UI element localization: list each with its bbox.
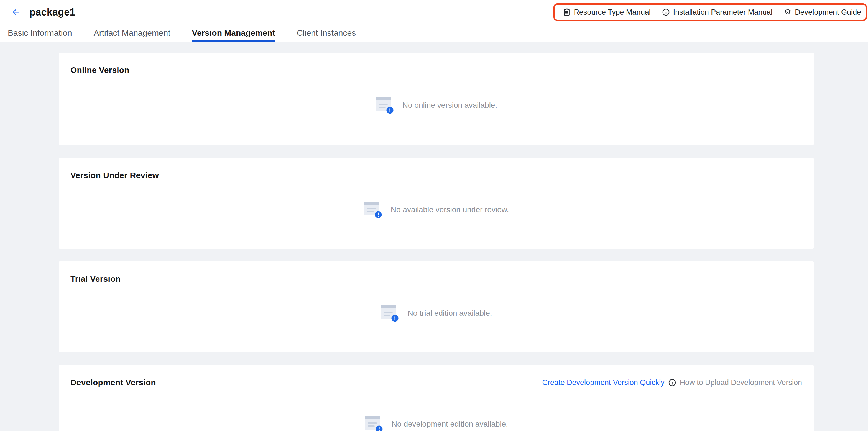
doc-links-annotation-box: Resource Type Manual Installation Parame… (553, 3, 867, 21)
upload-help-text: How to Upload Development Version (680, 378, 802, 387)
page-header: package1 Resource Type Manual Installati… (0, 0, 868, 24)
tab-client-instances[interactable]: Client Instances (297, 24, 356, 41)
doc-link-label: Installation Parameter Manual (673, 9, 773, 16)
empty-state: No trial edition available. (70, 284, 802, 343)
empty-document-icon (375, 96, 394, 114)
online-version-card: Online Version No online version availab… (59, 53, 814, 145)
package-detail-page: package1 Resource Type Manual Installati… (0, 0, 868, 431)
create-development-version-link[interactable]: Create Development Version Quickly (542, 378, 664, 387)
trial-version-card: Trial Version No trial edition available… (59, 262, 814, 352)
empty-document-icon (365, 415, 383, 431)
development-guide-link[interactable]: Development Guide (783, 8, 861, 16)
version-under-review-card: Version Under Review No available versio… (59, 158, 814, 249)
tab-basic-information[interactable]: Basic Information (8, 24, 72, 41)
empty-state: No available version under review. (70, 180, 802, 239)
clipboard-icon (563, 8, 571, 16)
doc-link-label: Development Guide (795, 9, 861, 16)
tab-version-management[interactable]: Version Management (192, 24, 275, 41)
installation-parameter-manual-link[interactable]: Installation Parameter Manual (662, 8, 773, 16)
development-version-actions: Create Development Version Quickly How t… (542, 378, 802, 387)
empty-state-text: No development edition available. (392, 420, 508, 429)
doc-link-label: Resource Type Manual (574, 9, 651, 16)
empty-state: No development edition available. (70, 387, 802, 431)
empty-state-text: No available version under review. (391, 205, 509, 214)
resource-type-manual-link[interactable]: Resource Type Manual (563, 8, 651, 16)
section-title: Online Version (70, 65, 802, 75)
arrow-left-icon (11, 7, 21, 17)
info-circle-icon[interactable] (668, 379, 676, 387)
development-version-header: Development Version Create Development V… (70, 378, 802, 387)
graduation-cap-icon (783, 8, 792, 16)
page-title: package1 (29, 6, 75, 18)
development-version-card: Development Version Create Development V… (59, 365, 814, 431)
empty-document-icon (380, 304, 399, 322)
empty-state-text: No online version available. (402, 101, 497, 110)
content-area: Online Version No online version availab… (0, 42, 868, 431)
tab-artifact-management[interactable]: Artifact Management (94, 24, 170, 41)
empty-document-icon (364, 201, 382, 219)
info-circle-icon (662, 8, 670, 16)
back-button[interactable] (10, 6, 22, 18)
section-title: Trial Version (70, 274, 802, 284)
tab-bar: Basic Information Artifact Management Ve… (0, 24, 868, 42)
empty-state: No online version available. (70, 75, 802, 136)
section-title: Development Version (70, 378, 156, 387)
section-title: Version Under Review (70, 171, 802, 180)
empty-state-text: No trial edition available. (407, 309, 492, 318)
